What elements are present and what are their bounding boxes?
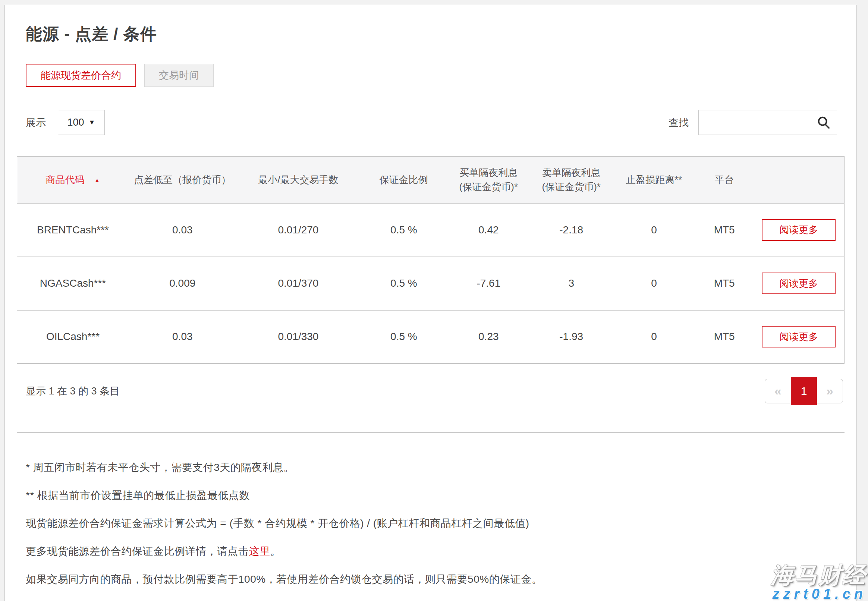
column-header-platform[interactable]: 平台 [696, 157, 753, 204]
pagination-row: 显示 1 在 3 的 3 条目 « 1 » [17, 377, 845, 405]
previous-page-button[interactable]: « [765, 379, 791, 403]
entries-per-page-value: 100 [67, 117, 84, 128]
current-page-button[interactable]: 1 [791, 377, 817, 405]
cell-platform: MT5 [696, 310, 753, 363]
cell-spread: 0.03 [129, 204, 236, 257]
search-box [698, 110, 837, 135]
cell-limit-stop: 0 [613, 204, 696, 257]
page-title: 能源 - 点差 / 条件 [26, 23, 845, 45]
cell-lots: 0.01/330 [236, 310, 360, 363]
footnote-link-prefix: 更多现货能源差价合约保证金比例详情，请点击 [26, 545, 249, 557]
cell-swap-long: -7.61 [447, 257, 530, 310]
column-header-spread[interactable]: 点差低至（报价货币） [129, 157, 236, 204]
cell-symbol: BRENTCash*** [17, 204, 129, 257]
column-header-symbol[interactable]: 商品代码▲ [17, 157, 129, 204]
read-more-button[interactable]: 阅读更多 [762, 219, 836, 241]
entries-per-page-select[interactable]: 100 ▼ [58, 110, 105, 135]
footnote-link-suffix: 。 [270, 545, 281, 557]
search-label: 查找 [668, 116, 689, 130]
cell-platform: MT5 [696, 204, 753, 257]
footnote-margin-details: 更多现货能源差价合约保证金比例详情，请点击这里。 [26, 545, 845, 558]
table-row: OILCash*** 0.03 0.01/330 0.5 % 0.23 -1.9… [17, 310, 845, 363]
column-header-limit-stop[interactable]: 止盈损距离** [613, 157, 696, 204]
column-header-swap-short[interactable]: 卖单隔夜利息 (保证金货币)* [530, 157, 613, 204]
table-header-row: 商品代码▲ 点差低至（报价货币） 最小/最大交易手数 保证金比例 买单隔夜利息 … [17, 157, 845, 204]
cell-spread: 0.03 [129, 310, 236, 363]
next-page-button[interactable]: » [817, 379, 843, 403]
content-card: 能源 - 点差 / 条件 能源现货差价合约 交易时间 展示 100 ▼ 查找 [5, 5, 857, 601]
tab-trading-hours[interactable]: 交易时间 [144, 64, 214, 87]
cell-symbol: OILCash*** [17, 310, 129, 363]
chevron-down-icon: ▼ [89, 119, 95, 127]
cell-margin: 0.5 % [360, 310, 447, 363]
cell-swap-short: -2.18 [530, 204, 613, 257]
instruments-table: 商品代码▲ 点差低至（报价货币） 最小/最大交易手数 保证金比例 买单隔夜利息 … [17, 156, 845, 364]
column-header-margin[interactable]: 保证金比例 [360, 157, 447, 204]
cell-lots: 0.01/270 [236, 204, 360, 257]
divider [17, 432, 845, 433]
column-header-actions [753, 157, 844, 204]
table-row: NGASCash*** 0.009 0.01/370 0.5 % -7.61 3… [17, 257, 845, 310]
table-controls: 展示 100 ▼ 查找 [17, 110, 845, 135]
column-header-lots[interactable]: 最小/最大交易手数 [236, 157, 360, 204]
cell-limit-stop: 0 [613, 310, 696, 363]
entries-summary: 显示 1 在 3 的 3 条目 [26, 384, 120, 398]
read-more-button[interactable]: 阅读更多 [762, 326, 836, 348]
cell-swap-long: 0.42 [447, 204, 530, 257]
column-header-label: 商品代码 [46, 174, 85, 185]
tab-energy-spot-cfd[interactable]: 能源现货差价合约 [26, 64, 136, 87]
search-input[interactable] [699, 110, 837, 134]
tab-bar: 能源现货差价合约 交易时间 [26, 64, 845, 87]
footnotes: * 周五闭市时若有未平仓头寸，需要支付3天的隔夜利息。 ** 根据当前市价设置挂… [26, 461, 845, 586]
cell-swap-short: -1.93 [530, 310, 613, 363]
cell-symbol: NGASCash*** [17, 257, 129, 310]
cell-platform: MT5 [696, 257, 753, 310]
footnote-margin-formula: 现货能源差价合约保证金需求计算公式为 = (手数 * 合约规模 * 开仓价格) … [26, 516, 845, 531]
column-header-swap-long[interactable]: 买单隔夜利息 (保证金货币)* [447, 157, 530, 204]
sort-ascending-icon: ▲ [95, 177, 100, 183]
footnote-swap-3day: * 周五闭市时若有未平仓头寸，需要支付3天的隔夜利息。 [26, 461, 845, 474]
cell-swap-long: 0.23 [447, 310, 530, 363]
pager: « 1 » [765, 377, 843, 405]
cell-margin: 0.5 % [360, 204, 447, 257]
cell-swap-short: 3 [530, 257, 613, 310]
footnote-limit-stop: ** 根据当前市价设置挂单的最低止损盈最低点数 [26, 488, 845, 503]
read-more-button[interactable]: 阅读更多 [762, 273, 836, 294]
footnote-hedged-margin: 如果交易同方向的商品，预付款比例需要高于100%，若使用差价合约锁仓交易的话，则… [26, 572, 845, 586]
show-entries-label: 展示 [26, 116, 46, 130]
cell-spread: 0.009 [129, 257, 236, 310]
here-link[interactable]: 这里 [249, 545, 270, 557]
cell-lots: 0.01/370 [236, 257, 360, 310]
cell-margin: 0.5 % [360, 257, 447, 310]
cell-limit-stop: 0 [613, 257, 696, 310]
table-row: BRENTCash*** 0.03 0.01/270 0.5 % 0.42 -2… [17, 204, 845, 257]
search-icon[interactable] [816, 116, 831, 130]
